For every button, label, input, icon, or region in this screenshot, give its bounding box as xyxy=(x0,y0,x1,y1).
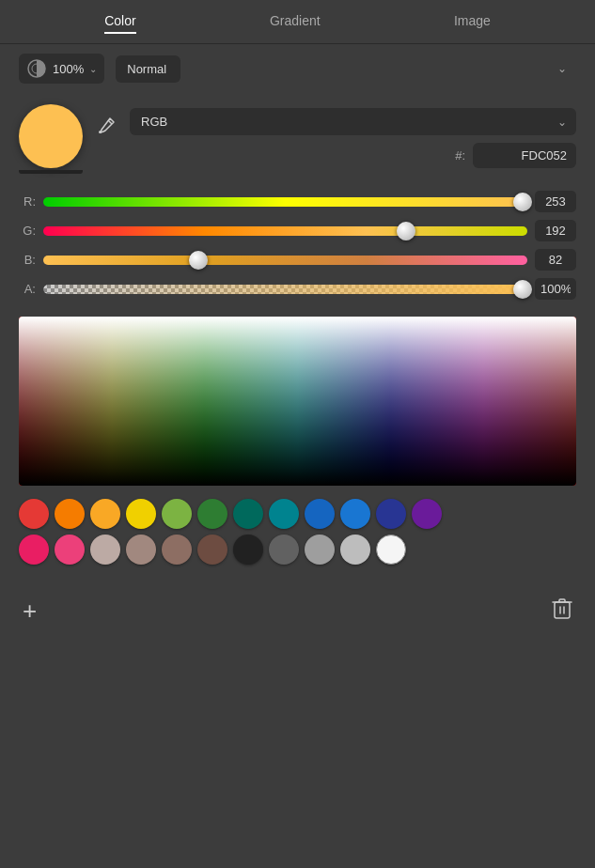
b-value[interactable] xyxy=(535,249,576,271)
b-thumb[interactable] xyxy=(189,251,208,270)
tab-image[interactable]: Image xyxy=(454,13,491,34)
tab-gradient[interactable]: Gradient xyxy=(270,13,321,34)
svg-rect-3 xyxy=(555,602,570,618)
a-slider-row: A: xyxy=(19,278,576,300)
swatch-item[interactable] xyxy=(376,499,406,529)
opacity-icon xyxy=(26,58,47,79)
blend-mode-select[interactable]: Normal Multiply Screen Overlay xyxy=(116,55,180,83)
b-track xyxy=(43,256,527,265)
g-thumb[interactable] xyxy=(397,222,415,240)
g-track-wrapper[interactable] xyxy=(43,222,527,240)
swatch-item[interactable] xyxy=(269,499,299,529)
color-swatch-row: RGB HSL HSB CMYK #: xyxy=(0,93,595,185)
opacity-value: 100% xyxy=(53,62,84,76)
swatch-item[interactable] xyxy=(340,499,370,529)
delete-button[interactable] xyxy=(552,597,572,624)
swatch-underline xyxy=(19,170,83,174)
g-value[interactable] xyxy=(535,220,576,241)
swatches-section xyxy=(0,499,595,565)
r-slider-row: R: xyxy=(19,191,576,212)
opacity-chevron-icon: ⌄ xyxy=(89,64,97,74)
swatch-item[interactable] xyxy=(233,535,263,565)
b-slider-row: B: xyxy=(19,249,576,271)
color-model-wrapper: RGB HSL HSB CMYK xyxy=(130,108,576,135)
eyedropper-icon xyxy=(96,116,117,136)
hex-label: #: xyxy=(455,148,465,163)
swatch-item[interactable] xyxy=(126,535,156,565)
swatch-item[interactable] xyxy=(19,535,49,565)
swatch-item[interactable] xyxy=(340,535,370,565)
swatch-item[interactable] xyxy=(305,499,335,529)
add-button[interactable]: + xyxy=(23,598,37,623)
b-label: B: xyxy=(19,253,36,267)
swatch-item[interactable] xyxy=(55,535,85,565)
swatch-item[interactable] xyxy=(233,499,263,529)
color-model-select[interactable]: RGB HSL HSB CMYK xyxy=(130,108,576,135)
color-picker-canvas[interactable] xyxy=(19,317,576,486)
a-thumb[interactable] xyxy=(513,280,532,299)
alpha-overlay xyxy=(43,285,527,294)
tab-color[interactable]: Color xyxy=(104,13,135,34)
picker-black xyxy=(19,317,576,486)
swatch-item[interactable] xyxy=(162,499,192,529)
a-track xyxy=(43,285,527,294)
color-picker-section xyxy=(0,317,595,486)
b-track-wrapper[interactable] xyxy=(43,251,527,270)
svg-point-2 xyxy=(99,131,102,133)
trash-icon xyxy=(552,597,572,621)
right-controls: RGB HSL HSB CMYK #: xyxy=(130,108,576,168)
a-label: A: xyxy=(19,282,36,296)
r-track-wrapper[interactable] xyxy=(43,193,527,211)
tabs-bar: Color Gradient Image xyxy=(0,0,595,44)
a-value[interactable] xyxy=(535,278,576,300)
sliders-section: R: G: B: A: xyxy=(0,185,595,317)
color-swatch[interactable] xyxy=(19,104,83,168)
bottom-toolbar: + xyxy=(0,583,595,637)
r-value[interactable] xyxy=(535,191,576,212)
swatch-item[interactable] xyxy=(90,499,120,529)
blend-mode-wrapper: Normal Multiply Screen Overlay xyxy=(116,55,576,83)
swatch-item[interactable] xyxy=(90,535,120,565)
swatch-item[interactable] xyxy=(19,499,49,529)
a-track-wrapper[interactable] xyxy=(43,280,527,299)
swatch-item[interactable] xyxy=(197,535,227,565)
swatch-item[interactable] xyxy=(197,499,227,529)
g-track xyxy=(43,226,527,236)
swatch-item[interactable] xyxy=(126,499,156,529)
swatches-row-2 xyxy=(19,535,576,565)
color-panel: Color Gradient Image 100% ⌄ Normal Multi… xyxy=(0,0,595,868)
g-label: G: xyxy=(19,224,36,238)
g-slider-row: G: xyxy=(19,220,576,241)
swatch-item[interactable] xyxy=(269,535,299,565)
r-track xyxy=(43,197,527,207)
r-thumb[interactable] xyxy=(513,193,532,211)
r-label: R: xyxy=(19,194,36,209)
swatch-item[interactable] xyxy=(376,535,406,565)
eyedropper-button[interactable] xyxy=(92,112,120,145)
opacity-control[interactable]: 100% ⌄ xyxy=(19,54,104,84)
opacity-blend-row: 100% ⌄ Normal Multiply Screen Overlay xyxy=(0,44,595,93)
swatch-item[interactable] xyxy=(55,499,85,529)
hex-input[interactable] xyxy=(473,143,576,168)
swatch-item[interactable] xyxy=(162,535,192,565)
swatch-item[interactable] xyxy=(412,499,442,529)
swatches-row-1 xyxy=(19,499,576,529)
swatch-item[interactable] xyxy=(305,535,335,565)
color-swatch-wrapper xyxy=(19,104,83,174)
hex-row: #: xyxy=(130,143,576,168)
